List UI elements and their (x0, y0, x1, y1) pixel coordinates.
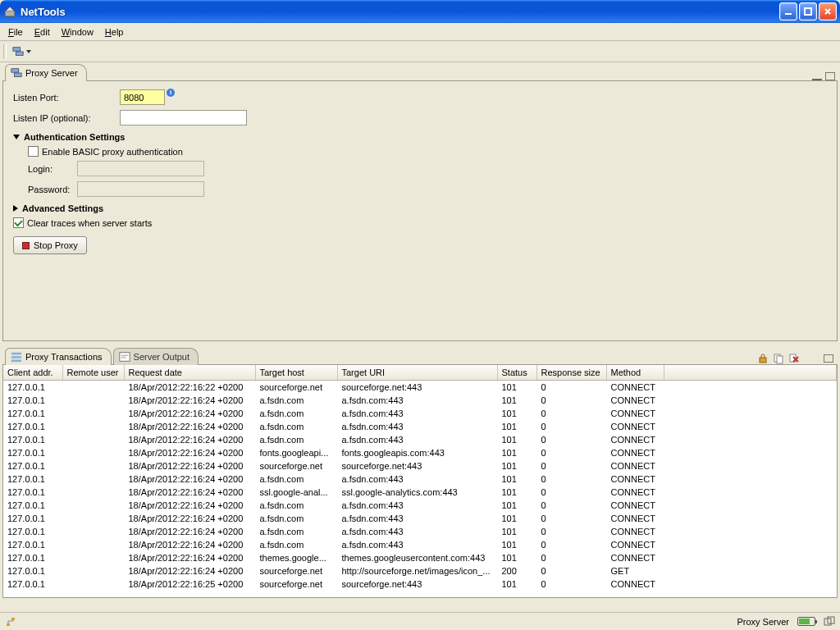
column-header[interactable]: Response size (536, 365, 606, 381)
transactions-table[interactable]: Client addr.Remote userRequest dateTarge… (2, 364, 838, 598)
table-row[interactable]: 127.0.0.118/Apr/2012:22:16:24 +0200a.fsd… (3, 525, 837, 538)
table-cell: CONNECT (606, 499, 664, 512)
table-cell: 101 (497, 525, 536, 538)
tab-proxy-transactions[interactable]: Proxy Transactions (5, 348, 112, 365)
svg-rect-7 (11, 353, 21, 355)
table-cell: 127.0.0.1 (3, 433, 62, 446)
table-row[interactable]: 127.0.0.118/Apr/2012:22:16:24 +0200a.fsd… (3, 420, 837, 433)
listen-ip-input[interactable] (120, 110, 247, 126)
delete-icon[interactable] (788, 353, 800, 364)
close-button[interactable] (819, 2, 837, 21)
column-header[interactable]: Request date (124, 365, 255, 381)
table-cell: a.fsdn.com (255, 525, 337, 538)
table-cell: CONNECT (606, 472, 664, 486)
table-cell (62, 499, 124, 512)
lock-icon[interactable] (757, 353, 769, 364)
table-cell: 18/Apr/2012:22:16:24 +0200 (124, 512, 255, 525)
minimize-button[interactable] (779, 2, 797, 21)
panel-maximize-icon[interactable] (825, 72, 835, 80)
table-cell (62, 472, 124, 486)
table-cell: CONNECT (606, 394, 664, 407)
password-input (77, 181, 204, 197)
column-header[interactable]: Status (497, 365, 536, 381)
table-row[interactable]: 127.0.0.118/Apr/2012:22:16:24 +0200theme… (3, 551, 837, 564)
table-cell: a.fsdn.com:443 (337, 538, 497, 551)
table-cell: 0 (536, 564, 606, 578)
table-cell (62, 486, 124, 499)
table-cell: 0 (536, 446, 606, 459)
table-row[interactable]: 127.0.0.118/Apr/2012:22:16:22 +0200sourc… (3, 381, 837, 394)
listen-port-input[interactable] (120, 89, 165, 105)
table-cell (62, 433, 124, 446)
advanced-settings-header[interactable]: Advanced Settings (13, 203, 827, 213)
table-row[interactable]: 127.0.0.118/Apr/2012:22:16:24 +0200a.fsd… (3, 512, 837, 525)
maximize-button[interactable] (799, 2, 817, 21)
table-cell: a.fsdn.com (255, 433, 337, 446)
battery-icon (797, 617, 815, 626)
table-cell: 127.0.0.1 (3, 459, 62, 472)
clear-traces-checkbox[interactable] (13, 217, 24, 228)
column-header[interactable]: Target host (255, 365, 337, 381)
copy-icon[interactable] (773, 353, 784, 364)
auth-settings-header[interactable]: Authentication Settings (13, 132, 827, 142)
column-header-spacer (664, 365, 837, 381)
menu-help[interactable]: Help (100, 25, 129, 39)
table-cell: 127.0.0.1 (3, 499, 62, 512)
tab-proxy-server[interactable]: Proxy Server (5, 64, 87, 81)
table-cell: 18/Apr/2012:22:16:24 +0200 (124, 564, 255, 578)
enable-basic-auth-checkbox[interactable] (28, 146, 39, 157)
menu-file[interactable]: File (3, 25, 28, 39)
table-cell: 127.0.0.1 (3, 578, 62, 591)
table-cell: themes.googleusercontent.com:443 (337, 551, 497, 564)
chevron-down-icon (26, 50, 31, 53)
table-row[interactable]: 127.0.0.118/Apr/2012:22:16:24 +0200ssl.g… (3, 486, 837, 499)
table-cell: 101 (497, 499, 536, 512)
table-row[interactable]: 127.0.0.118/Apr/2012:22:16:24 +0200a.fsd… (3, 538, 837, 551)
login-input (77, 161, 204, 176)
status-connect-icon[interactable] (5, 616, 16, 628)
menu-edit[interactable]: Edit (30, 25, 55, 39)
table-cell: 101 (497, 551, 536, 564)
table-cell (62, 394, 124, 407)
menu-window[interactable]: Window (57, 25, 98, 39)
server-icon (11, 67, 22, 79)
table-cell: 18/Apr/2012:22:16:24 +0200 (124, 407, 255, 420)
table-cell: CONNECT (606, 407, 664, 420)
table-cell: 0 (536, 433, 606, 446)
table-row[interactable]: 127.0.0.118/Apr/2012:22:16:24 +0200a.fsd… (3, 394, 837, 407)
status-bar: Proxy Server (0, 612, 840, 630)
table-cell: sourceforge.net:443 (337, 578, 497, 591)
table-row[interactable]: 127.0.0.118/Apr/2012:22:16:24 +0200a.fsd… (3, 499, 837, 512)
table-row[interactable]: 127.0.0.118/Apr/2012:22:16:25 +0200sourc… (3, 578, 837, 591)
table-row[interactable]: 127.0.0.118/Apr/2012:22:16:24 +0200a.fsd… (3, 407, 837, 420)
svg-rect-15 (7, 623, 10, 626)
column-header[interactable]: Method (606, 365, 664, 381)
column-header[interactable]: Target URI (337, 365, 497, 381)
table-cell: 0 (536, 381, 606, 394)
table-cell: sourceforge.net:443 (337, 459, 497, 472)
table-row[interactable]: 127.0.0.118/Apr/2012:22:16:24 +0200fonts… (3, 446, 837, 459)
status-windows-icon[interactable] (824, 616, 835, 628)
table-cell (62, 446, 124, 459)
table-row[interactable]: 127.0.0.118/Apr/2012:22:16:24 +0200a.fsd… (3, 433, 837, 446)
list-icon (11, 351, 22, 363)
info-icon[interactable]: i (167, 89, 175, 97)
panel-minimize-icon[interactable] (812, 79, 822, 80)
table-row[interactable]: 127.0.0.118/Apr/2012:22:16:24 +0200sourc… (3, 459, 837, 472)
toolbar-servers-dropdown[interactable] (10, 44, 34, 59)
table-cell: CONNECT (606, 551, 664, 564)
svg-rect-6 (14, 73, 21, 76)
table-row[interactable]: 127.0.0.118/Apr/2012:22:16:24 +0200sourc… (3, 564, 837, 578)
svg-rect-9 (11, 360, 21, 363)
column-header[interactable]: Remote user (62, 365, 124, 381)
table-cell (62, 512, 124, 525)
column-header[interactable]: Client addr. (3, 365, 62, 381)
panel-maximize-icon[interactable] (824, 354, 833, 363)
chevron-right-icon (13, 205, 18, 212)
table-row[interactable]: 127.0.0.118/Apr/2012:22:16:24 +0200a.fsd… (3, 472, 837, 486)
table-cell: 101 (497, 538, 536, 551)
table-cell: 18/Apr/2012:22:16:24 +0200 (124, 394, 255, 407)
tab-server-output[interactable]: Server Output (113, 348, 199, 365)
stop-icon (22, 242, 30, 249)
stop-proxy-button[interactable]: Stop Proxy (13, 236, 87, 254)
